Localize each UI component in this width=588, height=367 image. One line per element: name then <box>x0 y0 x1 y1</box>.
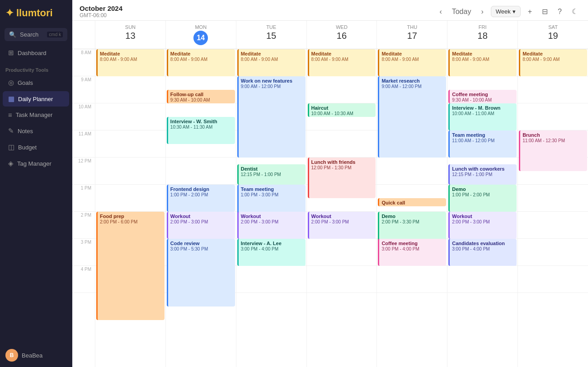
sidebar-item-tag-manager[interactable]: ◈ Tag Manager <box>3 156 69 171</box>
user-profile[interactable]: B BeaBea <box>0 344 72 367</box>
day-header-tue: Tue 15 <box>236 21 306 49</box>
calendar-event[interactable]: Meditate8:00 AM - 9:00 AM <box>237 49 306 76</box>
logo-icon: ✦ <box>5 7 14 19</box>
calendar-cell[interactable] <box>95 158 165 185</box>
calendar-event[interactable]: Meditate8:00 AM - 9:00 AM <box>308 49 376 76</box>
add-event-button[interactable]: + <box>525 6 535 18</box>
sidebar-item-goals[interactable]: ◎ Goals <box>3 75 69 90</box>
sidebar: ✦ llumtori 🔍 Search cmd k ⊞ Dashboard Pr… <box>0 0 72 367</box>
calendar-month-year: October 2024 <box>80 5 432 12</box>
calendar-event[interactable]: Interview - A. Lee3:00 PM - 4:00 PM <box>237 239 306 266</box>
budget-icon: ◫ <box>8 143 14 151</box>
time-label: 1 PM <box>72 185 95 212</box>
calendar-cell[interactable] <box>518 185 588 212</box>
calendar-event[interactable]: Dentist12:15 PM - 1:00 PM <box>237 164 306 185</box>
toggle-view-button[interactable]: ⊟ <box>539 5 550 18</box>
calendar-event[interactable]: Team meeting11:00 AM - 12:00 PM <box>448 130 517 158</box>
sidebar-item-dashboard[interactable]: ⊞ Dashboard <box>3 45 69 60</box>
calendar-cell[interactable] <box>518 76 588 103</box>
sidebar-item-notes[interactable]: ✎ Notes <box>3 123 69 139</box>
help-button[interactable]: ? <box>555 6 564 18</box>
search-icon: 🔍 <box>9 31 16 38</box>
avatar: B <box>5 349 18 362</box>
calendar-cell[interactable] <box>307 76 377 103</box>
calendar-event[interactable]: Brunch11:00 AM - 12:30 PM <box>519 130 587 171</box>
sidebar-item-label: Tag Manager <box>17 160 52 167</box>
calendar-event[interactable]: Workout2:00 PM - 3:00 PM <box>308 212 376 239</box>
calendar-cell[interactable] <box>307 266 377 293</box>
calendar-event[interactable]: Meditate8:00 AM - 9:00 AM <box>448 49 517 76</box>
calendar-cell[interactable] <box>518 212 588 239</box>
calendar-cell[interactable] <box>307 130 377 158</box>
calendar-event[interactable]: Meditate8:00 AM - 9:00 AM <box>167 49 235 76</box>
sidebar-item-task-manager[interactable]: ≡ Task Manager <box>3 107 69 122</box>
calendar-cell[interactable] <box>377 158 447 185</box>
calendar-event[interactable]: Work on new features9:00 AM - 12:00 PM <box>237 76 306 158</box>
task-icon: ≡ <box>8 111 12 119</box>
main-content: October 2024 GMT-06:00 ‹ Today › Week ▾ … <box>72 0 588 367</box>
calendar-event[interactable]: Haircut10:00 AM - 10:30 AM <box>308 103 376 117</box>
calendar-event[interactable]: Frontend design1:00 PM - 2:00 PM <box>167 185 235 212</box>
calendar-cell[interactable] <box>518 266 588 293</box>
search-button[interactable]: 🔍 Search cmd k <box>5 28 67 41</box>
calendar-event[interactable]: Market research9:00 AM - 12:00 PM <box>378 76 446 158</box>
prev-week-button[interactable]: ‹ <box>437 6 444 18</box>
time-column: 8 AM9 AM10 AM11 AM12 PM1 PM2 PM3 PM4 PM <box>72 49 95 367</box>
user-name: BeaBea <box>22 352 42 359</box>
calendar-event[interactable]: Follow-up call9:30 AM - 10:00 AM <box>167 90 235 103</box>
calendar: Sun 13 Mon 14 Tue 15 Wed 16 Thu 17 Fri 1… <box>72 21 588 367</box>
calendar-event[interactable]: Coffee meeting3:00 PM - 4:00 PM <box>378 239 446 266</box>
calendar-event[interactable]: Workout2:00 PM - 3:00 PM <box>237 212 306 239</box>
calendar-cell[interactable] <box>518 239 588 266</box>
calendar-event[interactable]: Food prep2:00 PM - 6:00 PM <box>96 212 165 320</box>
day-header-sun: Sun 13 <box>95 21 165 49</box>
view-selector[interactable]: Week ▾ <box>491 6 521 17</box>
day-header-wed: Wed 16 <box>306 21 377 49</box>
calendar-event[interactable]: Quick call <box>378 198 446 206</box>
calendar-cell[interactable] <box>447 266 517 293</box>
calendar-event[interactable]: Candidates evaluation3:00 PM - 4:00 PM <box>448 239 517 266</box>
search-label: Search <box>20 31 38 38</box>
calendar-cell[interactable] <box>95 130 165 158</box>
calendar-event[interactable]: Code review3:00 PM - 5:30 PM <box>167 239 235 307</box>
calendar-event[interactable]: Interview - W. Smith10:30 AM - 11:30 AM <box>167 117 235 144</box>
calendar-cell[interactable] <box>166 158 236 185</box>
calendar-event[interactable]: Interview - M. Brown10:00 AM - 11:00 AM <box>448 103 517 130</box>
calendar-event[interactable]: Lunch with friends12:00 PM - 1:30 PM <box>308 158 376 198</box>
calendar-event[interactable]: Demo1:00 PM - 2:00 PM <box>448 185 517 212</box>
calendar-event[interactable]: Workout2:00 PM - 3:00 PM <box>448 212 517 239</box>
calendar-event[interactable]: Meditate8:00 AM - 9:00 AM <box>519 49 587 76</box>
calendar-body: 8 AM9 AM10 AM11 AM12 PM1 PM2 PM3 PM4 PM … <box>72 49 588 367</box>
calendar-cell[interactable] <box>236 266 306 293</box>
day-header-mon: Mon 14 <box>165 21 236 49</box>
next-week-button[interactable]: › <box>478 6 486 18</box>
app-logo: ✦ llumtori <box>0 0 72 24</box>
calendar-cell[interactable] <box>95 185 165 212</box>
header-title-area: October 2024 GMT-06:00 <box>80 5 432 19</box>
time-label: 10 AM <box>72 103 95 130</box>
today-button[interactable]: Today <box>449 6 474 18</box>
calendar-event[interactable]: Lunch with coworkers12:15 PM - 1:00 PM <box>448 164 517 185</box>
calendar-cell[interactable] <box>95 103 165 130</box>
calendar-cell[interactable] <box>307 239 377 266</box>
sidebar-item-daily-planner[interactable]: ▦ Daily Planner <box>3 91 69 107</box>
sidebar-item-budget[interactable]: ◫ Budget <box>3 139 69 155</box>
sidebar-item-label: Task Manager <box>16 111 53 118</box>
chevron-down-icon: ▾ <box>513 8 516 15</box>
dark-mode-button[interactable]: ☾ <box>569 5 581 18</box>
calendar-event[interactable]: Meditate8:00 AM - 9:00 AM <box>378 49 446 76</box>
day-header-sat: Sat 19 <box>517 21 588 49</box>
calendar-cell[interactable] <box>518 103 588 130</box>
calendar-event[interactable]: Meditate8:00 AM - 9:00 AM <box>96 49 165 76</box>
goals-icon: ◎ <box>8 79 14 87</box>
calendar-event[interactable]: Coffee meeting9:30 AM - 10:00 AM <box>448 90 517 103</box>
calendar-cell[interactable] <box>377 266 447 293</box>
calendar-event[interactable]: Workout2:00 PM - 3:00 PM <box>167 212 235 239</box>
sidebar-item-label: Daily Planner <box>18 96 53 102</box>
time-label: 11 AM <box>72 130 95 158</box>
calendar-cell[interactable] <box>95 76 165 103</box>
day-column-sat: Meditate8:00 AM - 9:00 AMBrunch11:00 AM … <box>517 49 588 367</box>
tag-icon: ◈ <box>8 159 14 167</box>
section-label: Productivity Tools <box>0 61 72 74</box>
day-column-sun: Meditate8:00 AM - 9:00 AMFood prep2:00 P… <box>95 49 165 367</box>
